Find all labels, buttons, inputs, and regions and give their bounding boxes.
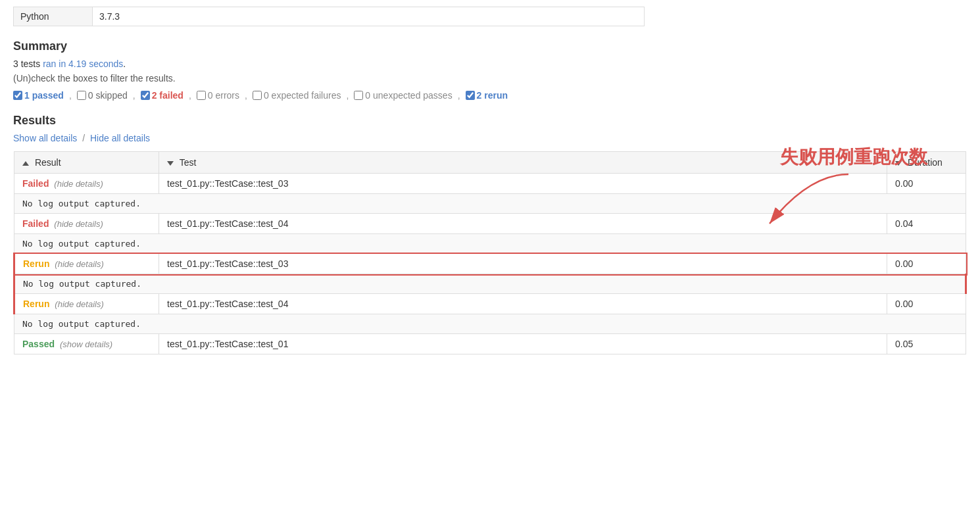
result-cell: Rerun (hide details) (14, 294, 159, 314)
log-row-4: No log output captured. (14, 314, 966, 334)
test-cell-3: test_01.py::TestCase::test_03 (159, 254, 887, 274)
log-row-3: No log output captured. (14, 274, 966, 294)
sep-2: , (133, 90, 135, 101)
unexpected-count-label: 0 unexpected passes (365, 90, 452, 101)
details-links: Show all details / Hide all details (13, 133, 967, 143)
duration-cell-5: 0.05 (887, 334, 966, 354)
filter-expected: 0 expected failures (253, 90, 341, 101)
checkbox-skipped[interactable] (77, 91, 86, 100)
status-rerun-label-2: Rerun (23, 299, 49, 309)
test-cell: test_01.py::TestCase::test_03 (159, 174, 887, 194)
table-row: Passed (show details) test_01.py::TestCa… (14, 334, 966, 354)
hide-details-link-3[interactable]: (hide details) (55, 259, 103, 269)
sep-5: , (346, 90, 349, 101)
th-result[interactable]: Result (14, 152, 159, 174)
th-duration-label: Duration (908, 157, 943, 168)
hide-all-details-link[interactable]: Hide all details (90, 133, 150, 143)
sort-desc-icon-2 (895, 161, 902, 166)
annotation-container: 失败用例重跑次数 Result (13, 151, 967, 354)
test-cell-5: test_01.py::TestCase::test_01 (159, 334, 887, 354)
sep-6: , (458, 90, 460, 101)
duration-cell-2: 0.04 (887, 214, 966, 234)
checkbox-rerun[interactable] (466, 91, 475, 100)
python-value: 3.7.3 (93, 7, 645, 26)
filter-failed: 2 failed (141, 90, 184, 101)
skipped-count-label: 0 skipped (88, 90, 128, 101)
log-cell-2: No log output captured. (14, 234, 966, 254)
stats-prefix: 3 tests (13, 59, 43, 69)
summary-hint: (Un)check the boxes to filter the result… (13, 73, 967, 84)
filter-errors: 0 errors (197, 90, 239, 101)
result-cell: Passed (show details) (14, 334, 159, 354)
result-cell: Rerun (hide details) (14, 254, 159, 274)
table-row: Rerun (hide details) test_01.py::TestCas… (14, 294, 966, 314)
hide-details-link-4[interactable]: (hide details) (55, 299, 103, 309)
filter-rerun: 2 rerun (466, 90, 508, 101)
filter-passed: 1 passed (13, 90, 64, 101)
status-failed-label: Failed (22, 178, 49, 189)
errors-count-label: 0 errors (208, 90, 239, 101)
filter-row: 1 passed , 0 skipped , 2 failed , 0 erro… (13, 90, 967, 101)
sep-1: , (69, 90, 72, 101)
filter-unexpected: 0 unexpected passes (354, 90, 452, 101)
python-table: Python 3.7.3 (13, 7, 645, 26)
results-title: Results (13, 114, 967, 128)
summary-title: Summary (13, 39, 967, 53)
stats-ran-in: ran in (43, 59, 68, 69)
summary-section: Summary 3 tests ran in 4.19 seconds. (Un… (13, 39, 967, 101)
results-section: Results Show all details / Hide all deta… (13, 114, 967, 354)
th-duration[interactable]: Duration (887, 152, 966, 174)
duration-cell-4: 0.00 (887, 294, 966, 314)
duration-cell-3: 0.00 (887, 254, 966, 274)
checkbox-passed[interactable] (13, 91, 22, 100)
duration-cell: 0.00 (887, 174, 966, 194)
result-cell: Failed (hide details) (14, 214, 159, 234)
results-table: Result Test Duration (13, 151, 967, 354)
checkbox-failed[interactable] (141, 91, 150, 100)
th-test[interactable]: Test (159, 152, 887, 174)
status-failed-label-2: Failed (22, 218, 49, 229)
result-cell: Failed (hide details) (14, 174, 159, 194)
log-row-2: No log output captured. (14, 234, 966, 254)
log-row: No log output captured. (14, 194, 966, 214)
failed-count-label: 2 failed (152, 90, 184, 101)
filter-skipped: 0 skipped (77, 90, 128, 101)
rerun-count-label: 2 rerun (477, 90, 508, 101)
table-row: Failed (hide details) test_01.py::TestCa… (14, 214, 966, 234)
stats-suffix: . (123, 59, 126, 69)
log-cell-3: No log output captured. (14, 274, 966, 294)
hide-details-link[interactable]: (hide details) (54, 179, 103, 189)
th-test-label: Test (180, 157, 197, 168)
table-row: Rerun (hide details) test_01.py::TestCas… (14, 254, 966, 274)
sort-asc-icon (22, 161, 29, 166)
th-result-label: Result (35, 157, 61, 168)
status-rerun-label: Rerun (23, 258, 49, 269)
log-cell-4: No log output captured. (14, 314, 966, 334)
python-label: Python (14, 7, 93, 26)
passed-count-label: 1 passed (24, 90, 64, 101)
sort-desc-icon (167, 161, 174, 166)
status-passed-label: Passed (22, 339, 55, 349)
details-separator: / (82, 133, 87, 143)
test-cell-2: test_01.py::TestCase::test_04 (159, 214, 887, 234)
expected-count-label: 0 expected failures (264, 90, 341, 101)
checkbox-unexpected[interactable] (354, 91, 363, 100)
table-row: Failed (hide details) test_01.py::TestCa… (14, 174, 966, 194)
show-details-link[interactable]: (show details) (60, 339, 112, 349)
stats-duration: 4.19 seconds (68, 59, 123, 69)
show-all-details-link[interactable]: Show all details (13, 133, 77, 143)
hide-details-link-2[interactable]: (hide details) (54, 219, 103, 229)
summary-stats: 3 tests ran in 4.19 seconds. (13, 59, 967, 69)
test-cell-4: test_01.py::TestCase::test_04 (159, 294, 887, 314)
sep-4: , (245, 90, 247, 101)
checkbox-errors[interactable] (197, 91, 206, 100)
log-cell: No log output captured. (14, 194, 966, 214)
page-container: Python 3.7.3 Summary 3 tests ran in 4.19… (0, 0, 980, 368)
checkbox-expected[interactable] (253, 91, 262, 100)
sep-3: , (189, 90, 191, 101)
